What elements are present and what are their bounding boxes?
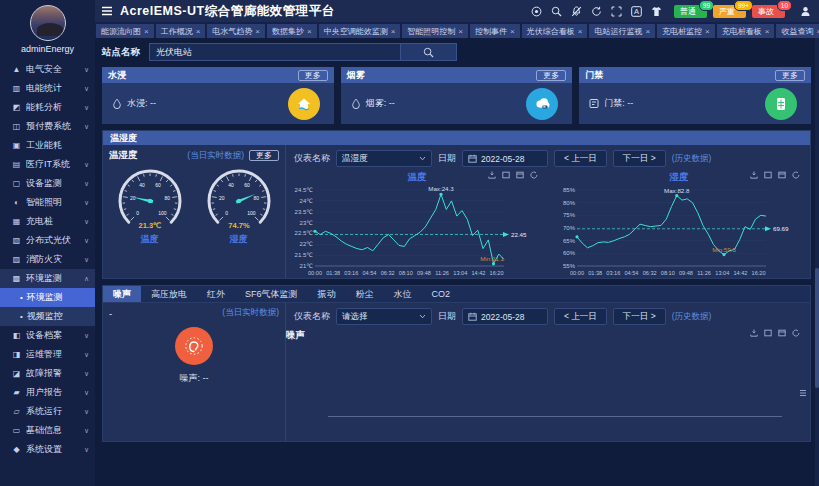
tab-中央空调能效监测[interactable]: 中央空调能效监测×: [319, 24, 401, 38]
sidebar-item-system-operation[interactable]: ▱系统运行∨: [0, 402, 95, 421]
sidebar-item-charging-pile[interactable]: ▦充电桩∨: [0, 212, 95, 231]
translate-icon[interactable]: A: [631, 6, 642, 17]
date-picker[interactable]: 2022-05-28: [462, 150, 548, 167]
tab-close-icon[interactable]: ×: [645, 27, 650, 36]
restore-icon[interactable]: [502, 171, 510, 179]
tab-close-icon[interactable]: ×: [255, 27, 260, 36]
prev-day-button[interactable]: < 上一日: [554, 308, 607, 325]
sensor-tab-振动[interactable]: 振动: [308, 286, 346, 302]
chevron-down-icon: [419, 156, 426, 161]
sidebar-item-fire-safety[interactable]: ▨消防火灾∨: [0, 250, 95, 269]
search-icon[interactable]: [551, 6, 562, 17]
sidebar-item-fault-alarm[interactable]: ◪故障报警∨: [0, 364, 95, 383]
tab-close-icon[interactable]: ×: [578, 27, 583, 36]
sidebar-submenu: •环境监测•视频监控: [0, 288, 95, 326]
tab-光伏综合看板[interactable]: 光伏综合看板×: [522, 24, 588, 38]
tab-close-icon[interactable]: ×: [765, 27, 770, 36]
refresh-chart-icon[interactable]: [792, 329, 800, 337]
save-image-icon[interactable]: [750, 329, 758, 337]
tab-电水气趋势[interactable]: 电水气趋势×: [207, 24, 265, 38]
tab-close-icon[interactable]: ×: [705, 27, 710, 36]
sidebar-item-ops-management[interactable]: ◨运维管理∨: [0, 345, 95, 364]
meter-select[interactable]: 温湿度: [336, 150, 432, 167]
tab-电站运行监视[interactable]: 电站运行监视×: [589, 24, 655, 38]
history-data-link[interactable]: (历史数据): [672, 153, 712, 165]
data-view-icon[interactable]: [778, 171, 786, 179]
tab-close-icon[interactable]: ×: [458, 27, 463, 36]
sidebar-item-smart-lighting[interactable]: ◐智能照明∨: [0, 193, 95, 212]
alarm-button-严重[interactable]: 严重99+: [713, 5, 746, 18]
next-day-button[interactable]: 下一日 >: [613, 150, 666, 167]
sensor-tab-水位[interactable]: 水位: [384, 286, 422, 302]
tab-close-icon[interactable]: ×: [391, 27, 396, 36]
data-view-icon[interactable]: [516, 171, 524, 179]
sidebar-item-device-monitoring[interactable]: ▢设备监测∨: [0, 174, 95, 193]
user-icon[interactable]: [800, 6, 811, 17]
sensor-tab-红外[interactable]: 红外: [197, 286, 235, 302]
smoke-more-button[interactable]: 更多: [536, 70, 566, 81]
mute-notifications-icon[interactable]: [571, 6, 582, 17]
theme-icon[interactable]: [651, 6, 662, 17]
fullscreen-icon[interactable]: [611, 6, 622, 17]
environment-monitoring-icon: ▩: [11, 274, 22, 283]
tab-收益查询[interactable]: 收益查询×: [776, 24, 819, 38]
tab-工作概况[interactable]: 工作概况×: [156, 24, 206, 38]
tab-充电桩监控[interactable]: 充电桩监控×: [657, 24, 715, 38]
station-search-button[interactable]: [401, 43, 457, 61]
sidebar-item-environment-monitoring[interactable]: ▩环境监测∧: [0, 269, 95, 288]
refresh-icon[interactable]: [591, 6, 602, 17]
guide-icon[interactable]: [531, 6, 542, 17]
next-day-button[interactable]: 下一日 >: [613, 308, 666, 325]
th-more-button[interactable]: 更多: [249, 150, 279, 161]
save-image-icon[interactable]: [488, 171, 496, 179]
tab-close-icon[interactable]: ×: [196, 27, 201, 36]
sensor-tab-SF6气体监测[interactable]: SF6气体监测: [235, 286, 308, 302]
tab-close-icon[interactable]: ×: [144, 27, 149, 36]
sidebar-item-energy-analysis[interactable]: ◩能耗分析∨: [0, 98, 95, 117]
tab-能源流向图[interactable]: 能源流向图×: [96, 24, 154, 38]
history-data-link[interactable]: (历史数据): [672, 311, 712, 323]
data-view-icon[interactable]: [778, 329, 786, 337]
sidebar-item-basic-info[interactable]: ▭基础信息∨: [0, 421, 95, 440]
restore-icon[interactable]: [764, 171, 772, 179]
date-picker[interactable]: 2022-05-28: [462, 308, 548, 325]
sidebar-item-distributed-pv[interactable]: ▧分布式光伏∨: [0, 231, 95, 250]
tab-智能照明控制[interactable]: 智能照明控制×: [402, 24, 468, 38]
sensor-tab-高压放电[interactable]: 高压放电: [141, 286, 197, 302]
sidebar-item-device-archive[interactable]: ◧设备档案∨: [0, 326, 95, 345]
smoke-title: 烟雾: [347, 69, 365, 82]
tab-close-icon[interactable]: ×: [510, 27, 515, 36]
sensor-tab-CO2[interactable]: CO2: [422, 286, 461, 302]
tab-充电桩看板[interactable]: 充电桩看板×: [717, 24, 775, 38]
sidebar-subitem-视频监控[interactable]: •视频监控: [0, 307, 95, 326]
sidebar-item-energy-statistics[interactable]: ▥电能统计∨: [0, 79, 95, 98]
refresh-chart-icon[interactable]: [530, 171, 538, 179]
sidebar-subitem-环境监测[interactable]: •环境监测: [0, 288, 95, 307]
sidebar-item-system-settings[interactable]: ◆系统设置∨: [0, 440, 95, 459]
sidebar-item-electrical-safety[interactable]: ▲电气安全∨: [0, 60, 95, 79]
sidebar-item-prepaid-system[interactable]: ◫预付费系统∨: [0, 117, 95, 136]
vertical-scrollbar[interactable]: [815, 38, 819, 486]
refresh-chart-icon[interactable]: [792, 171, 800, 179]
scrollbar-thumb[interactable]: [815, 268, 819, 388]
access-more-button[interactable]: 更多: [775, 70, 805, 81]
sidebar-item-user-report[interactable]: ▰用户报告∨: [0, 383, 95, 402]
water-leak-more-button[interactable]: 更多: [298, 70, 328, 81]
alarm-button-事故[interactable]: 事故10: [752, 5, 785, 18]
sensor-tab-粉尘[interactable]: 粉尘: [346, 286, 384, 302]
tab-控制事件[interactable]: 控制事件×: [470, 24, 520, 38]
noise-realtime-label: (当日实时数据): [222, 307, 279, 319]
station-name-input[interactable]: [149, 43, 401, 61]
meter-select[interactable]: 请选择: [336, 308, 432, 325]
prev-day-button[interactable]: < 上一日: [554, 150, 607, 167]
sidebar-item-medical-it-system[interactable]: ▤医疗IT系统∨: [0, 155, 95, 174]
data-view-icon[interactable]: [799, 389, 807, 397]
tab-数据集抄[interactable]: 数据集抄×: [267, 24, 317, 38]
save-image-icon[interactable]: [750, 171, 758, 179]
sensor-tab-噪声[interactable]: 噪声: [103, 286, 141, 302]
tab-close-icon[interactable]: ×: [307, 27, 312, 36]
alarm-button-普通[interactable]: 普通99: [674, 5, 707, 18]
restore-icon[interactable]: [764, 329, 772, 337]
menu-collapse-icon[interactable]: [101, 6, 113, 16]
sidebar-item-industrial-energy[interactable]: ▣工业能耗: [0, 136, 95, 155]
